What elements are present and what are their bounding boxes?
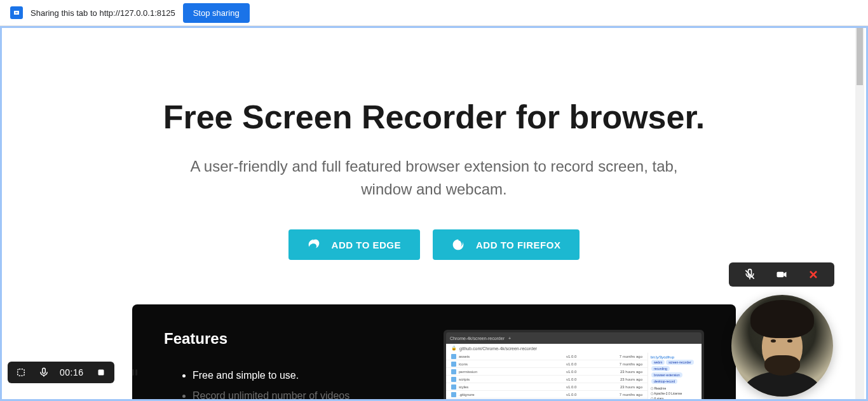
add-to-edge-button[interactable]: ADD TO EDGE bbox=[288, 229, 420, 260]
stop-recording-button[interactable] bbox=[94, 365, 108, 379]
webcam-preview[interactable] bbox=[731, 295, 833, 397]
share-screen-icon bbox=[10, 6, 23, 19]
features-list: Free and simple to use. Record unlimited… bbox=[164, 365, 418, 401]
recorder-bar: 00:16 bbox=[8, 362, 114, 383]
edge-button-label: ADD TO EDGE bbox=[332, 240, 401, 250]
sharing-bar: Sharing this tab to http://127.0.0.1:812… bbox=[0, 0, 868, 26]
firefox-icon bbox=[452, 238, 465, 251]
features-block: Features Free and simple to use. Record … bbox=[132, 304, 736, 401]
scrollbar[interactable] bbox=[855, 28, 864, 399]
edge-icon bbox=[308, 238, 320, 251]
mic-mute-button[interactable] bbox=[734, 266, 766, 283]
camera-button[interactable] bbox=[766, 266, 797, 283]
pause-button[interactable] bbox=[130, 368, 139, 379]
sharing-text: Sharing this tab to http://127.0.0.1:812… bbox=[31, 8, 175, 18]
stop-sharing-button[interactable]: Stop sharing bbox=[183, 3, 250, 23]
recording-timer: 00:16 bbox=[60, 367, 85, 377]
feature-item: Free and simple to use. bbox=[193, 365, 418, 386]
svg-rect-8 bbox=[98, 370, 104, 376]
svg-rect-10 bbox=[135, 369, 137, 375]
webcam-toolbar bbox=[729, 262, 834, 287]
demo-screenshot: Chrome-4k/screen-recorder+ 🔒 github.com/… bbox=[444, 330, 704, 401]
page-content: Free Screen Recorder for browser. A user… bbox=[0, 26, 868, 401]
scrollbar-thumb[interactable] bbox=[857, 28, 863, 85]
svg-rect-9 bbox=[132, 369, 134, 375]
feature-item: Record unlimited number of videos bbox=[193, 386, 418, 401]
firefox-button-label: ADD TO FIREFOX bbox=[476, 240, 560, 250]
page-subtitle: A user-friendly and full featured browse… bbox=[173, 155, 695, 201]
add-to-firefox-button[interactable]: ADD TO FIREFOX bbox=[433, 229, 580, 260]
close-webcam-button[interactable] bbox=[797, 266, 829, 283]
page-title: Free Screen Recorder for browser. bbox=[2, 98, 866, 136]
cta-row: ADD TO EDGE ADD TO FIREFOX bbox=[2, 229, 866, 260]
svg-rect-5 bbox=[18, 369, 25, 376]
features-title: Features bbox=[164, 330, 418, 348]
svg-rect-6 bbox=[43, 368, 46, 373]
crop-button[interactable] bbox=[14, 365, 28, 379]
svg-rect-2 bbox=[777, 272, 784, 277]
mic-button[interactable] bbox=[37, 365, 51, 379]
